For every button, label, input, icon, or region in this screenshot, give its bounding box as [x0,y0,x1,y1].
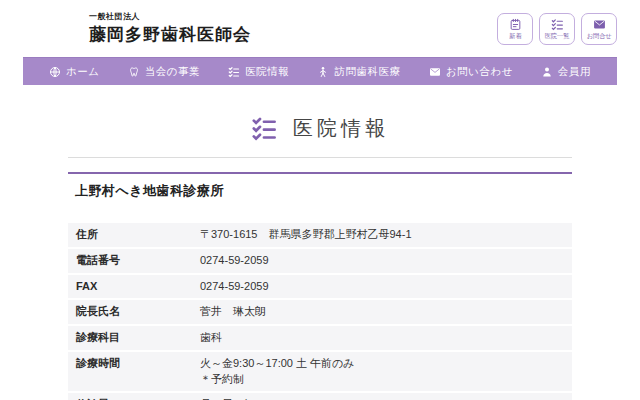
section-rule [68,172,572,174]
page-container: 一般社団法人 藤岡多野歯科医師会 新着 [23,0,617,400]
hours-note: ＊予約制 [200,373,355,387]
nav-item-label: 当会の事業 [145,65,200,79]
page-title-block: 医院情報 [23,115,617,142]
globe-icon [49,66,61,78]
main-nav: ホーム 当会の事業 医院情報 [23,57,617,85]
nav-item-visiting-care[interactable]: 訪問歯科医療 [317,65,400,79]
row-value: 歯科 [200,331,222,345]
row-label: 診療科目 [76,331,200,345]
table-row-closed-days: 休診日 月・日・祝 [68,393,572,400]
clinic-name-heading: 上野村へき地歯科診療所 [68,182,572,200]
tooth-icon [128,66,140,78]
memo-icon [509,18,522,31]
brand-association-type: 一般社団法人 [89,11,251,22]
news-button[interactable]: 新着 [497,13,533,45]
table-row-phone: 電話番号 0274-59-2059 [68,249,572,273]
mail-icon [429,66,441,78]
nav-item-business[interactable]: 当会の事業 [128,65,200,79]
visit-icon [317,66,329,78]
row-label: 電話番号 [76,254,200,268]
nav-item-clinic-info[interactable]: 医院情報 [228,65,289,79]
contact-button[interactable]: お問合せ [581,13,617,45]
row-label: 診療時間 [76,357,200,387]
table-row-address: 住所 〒370-1615 群馬県多野郡上野村乙母94-1 [68,223,572,247]
title-divider [68,157,572,158]
row-label: FAX [76,280,200,294]
brand-name: 藤岡多野歯科医師会 [89,23,251,46]
nav-item-label: 会員用 [558,65,591,79]
nav-item-label: お問い合わせ [446,65,513,79]
nav-item-label: 訪問歯科医療 [334,65,400,79]
nav-item-members[interactable]: 会員用 [541,65,591,79]
row-value: 菅井 琳太朗 [200,305,266,319]
table-row-fax: FAX 0274-59-2059 [68,275,572,299]
row-value: 〒370-1615 群馬県多野郡上野村乙母94-1 [200,228,412,242]
table-row-hours: 診療時間 火～金9:30～17:00 土 午前のみ ＊予約制 [68,352,572,392]
nav-item-label: ホーム [66,65,100,79]
header-buttons: 新着 医院一覧 お問合せ [497,13,617,45]
member-icon [541,66,553,78]
contact-button-label: お問合せ [587,33,612,39]
main-content: 医院情報 上野村へき地歯科診療所 住所 〒370-1615 群馬県多野郡上野村乙… [23,115,617,400]
nav-item-home[interactable]: ホーム [49,65,100,79]
page-title: 医院情報 [293,115,389,142]
table-row-director: 院長氏名 菅井 琳太朗 [68,300,572,324]
clinic-list-button-label: 医院一覧 [545,33,570,39]
list-icon [551,18,564,31]
brand-logo[interactable]: 一般社団法人 藤岡多野歯科医師会 [89,11,251,46]
nav-item-contact[interactable]: お問い合わせ [429,65,513,79]
mail-icon [593,18,606,31]
row-value: 火～金9:30～17:00 土 午前のみ ＊予約制 [200,357,355,387]
nav-item-label: 医院情報 [245,65,289,79]
clinic-list-button[interactable]: 医院一覧 [539,13,575,45]
site-header: 一般社団法人 藤岡多野歯科医師会 新着 [23,0,617,57]
clinic-info-table: 住所 〒370-1615 群馬県多野郡上野村乙母94-1 電話番号 0274-5… [68,223,572,400]
checklist-icon [251,115,278,142]
row-value: 0274-59-2059 [200,280,269,294]
row-label: 住所 [76,228,200,242]
row-label: 院長氏名 [76,305,200,319]
row-value: 0274-59-2059 [200,254,269,268]
checklist-icon [228,66,240,78]
table-row-departments: 診療科目 歯科 [68,326,572,350]
news-button-label: 新着 [509,33,521,39]
